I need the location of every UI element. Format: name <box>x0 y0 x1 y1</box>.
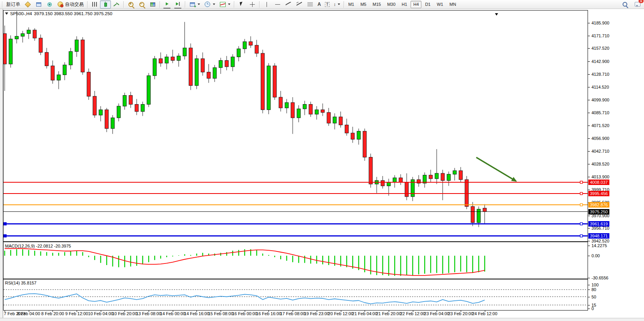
price-tick <box>588 241 590 241</box>
bar-chart-icon <box>91 1 98 8</box>
new-order-button[interactable]: 新订单 <box>4 0 22 9</box>
notifications-button[interactable]: 1 <box>634 1 641 8</box>
search-icon[interactable] <box>621 1 628 8</box>
window-left-border <box>0 9 3 321</box>
date-label: 23 Feb 04:00 <box>424 311 449 316</box>
trendline-button[interactable] <box>283 0 294 9</box>
chart-ohlc-values: 3979.150 3983.550 3961.750 3975.250 <box>34 11 112 16</box>
price-tick-label: 4056.900 <box>591 136 609 141</box>
arrows-tool-button[interactable]: ↕ <box>332 0 342 9</box>
date-label: 21 Feb 04:00 <box>352 311 377 316</box>
date-label: 22 Feb 12:00 <box>400 311 425 316</box>
crosshair-icon <box>249 1 256 8</box>
tf-button-M1[interactable]: M1 <box>346 1 357 8</box>
auto-scroll-icon <box>163 0 170 9</box>
tf-button-M5[interactable]: M5 <box>358 1 369 8</box>
chart-shift-marker[interactable] <box>495 10 498 17</box>
auto-trading-label: 自动交易 <box>65 1 84 8</box>
chart-window-button[interactable] <box>33 0 44 9</box>
price-tick-label: 4099.900 <box>591 98 609 102</box>
price-tick <box>588 190 590 190</box>
new-chart-button[interactable]: + <box>187 0 202 9</box>
tf-button-M30[interactable]: M30 <box>384 1 398 8</box>
text-icon: A <box>318 2 321 7</box>
chart-title[interactable]: SP500-,H4 3979.150 3983.550 3961.750 397… <box>5 11 112 16</box>
tile-windows-icon <box>149 1 156 8</box>
yellow-diamond-button[interactable] <box>22 0 33 9</box>
rsi-axis-tick <box>588 309 590 309</box>
tile-windows-button[interactable] <box>147 0 158 9</box>
main-toolbar: 新订单 自动交易 + − + A T ↕ M1M <box>0 0 644 9</box>
tf-button-W1[interactable]: W1 <box>434 1 446 8</box>
price-tick <box>588 151 590 152</box>
tf-button-H1[interactable]: H1 <box>399 1 410 8</box>
price-tick-label: 4185.900 <box>591 21 609 25</box>
price-tick <box>588 48 590 49</box>
tf-button-H4[interactable]: H4 <box>411 1 421 8</box>
price-tick-label: 4013.900 <box>591 174 609 179</box>
toolbar-separator <box>123 1 124 8</box>
zoom-in-button[interactable]: + <box>125 0 136 9</box>
date-label: 16 Feb 00:00 <box>232 311 257 316</box>
tf-button-M15[interactable]: M15 <box>370 1 383 8</box>
line-chart-button[interactable] <box>111 0 122 9</box>
price-tick <box>588 36 590 36</box>
price-line-label: 3975.250 <box>588 209 609 215</box>
main-chart-panel[interactable] <box>3 10 588 242</box>
cursor-button[interactable] <box>236 0 247 9</box>
auto-scroll-button[interactable] <box>161 0 172 9</box>
text-label-tool-button[interactable]: T <box>323 0 332 9</box>
price-tick-label: 3942.520 <box>591 239 609 243</box>
zoom-in-icon: + <box>127 1 134 8</box>
vertical-line-button[interactable] <box>261 0 272 9</box>
tf-button-MN[interactable]: MN <box>447 1 459 8</box>
mt4-window: 新订单 自动交易 + − + A T ↕ M1M <box>0 0 644 321</box>
equidistant-channel-button[interactable] <box>294 0 305 9</box>
auto-trading-globe-icon <box>57 1 64 8</box>
date-label: 10 Feb 04:00 <box>88 311 113 316</box>
chart-shift-button[interactable] <box>172 0 183 9</box>
bar-chart-button[interactable] <box>89 0 100 9</box>
arrows-icon: ↕ <box>333 2 336 7</box>
line-chart-icon <box>113 1 120 8</box>
period-button[interactable] <box>202 0 217 9</box>
chart-window-icon <box>35 1 42 8</box>
chevron-down-icon <box>228 3 230 5</box>
price-tick <box>588 138 590 139</box>
toolbar-grip[interactable] <box>2 2 4 7</box>
indicators-icon <box>219 1 226 8</box>
price-line-label: 3982.876 <box>588 202 609 208</box>
zoom-out-icon: − <box>138 1 145 8</box>
horizontal-line-button[interactable] <box>272 0 283 9</box>
text-tool-button[interactable]: A <box>316 0 323 9</box>
zoom-out-button[interactable]: − <box>136 0 147 9</box>
fibonacci-button[interactable] <box>305 0 316 9</box>
price-tick <box>588 100 590 100</box>
tf-button-D1[interactable]: D1 <box>422 1 433 8</box>
price-line-label: 4008.037 <box>588 180 609 185</box>
date-label: 15 Feb 08:00 <box>208 311 233 316</box>
macd-panel[interactable] <box>3 242 588 279</box>
candlestick-chart-button[interactable] <box>100 0 111 9</box>
price-axis[interactable] <box>588 10 644 311</box>
price-tick-label: 4114.520 <box>591 85 609 89</box>
date-label: 14 Feb 00:00 <box>160 311 185 316</box>
rsi-panel[interactable] <box>3 279 588 311</box>
market-watch-button[interactable] <box>44 0 55 9</box>
indicators-button[interactable] <box>217 0 232 9</box>
price-tick-label: 4171.710 <box>591 33 609 38</box>
chart-symbol-period: SP500-,H4 <box>10 11 32 16</box>
crosshair-button[interactable] <box>247 0 258 9</box>
price-tick <box>588 113 590 113</box>
date-label: 13 Feb 08:00 <box>136 311 161 316</box>
auto-trading-button[interactable]: 自动交易 <box>55 0 86 9</box>
market-watch-icon <box>46 1 53 8</box>
rsi-axis-tick <box>588 290 590 290</box>
price-tick-label: 4042.710 <box>591 149 609 154</box>
date-label: 20 Feb 12:00 <box>328 311 353 316</box>
price-tick-label: 4157.520 <box>591 46 609 51</box>
rsi-axis-label: 50 <box>591 295 596 299</box>
chart-shift-icon <box>174 0 181 9</box>
price-tick-label: 4028.520 <box>591 162 609 166</box>
chevron-down-icon <box>338 3 340 5</box>
